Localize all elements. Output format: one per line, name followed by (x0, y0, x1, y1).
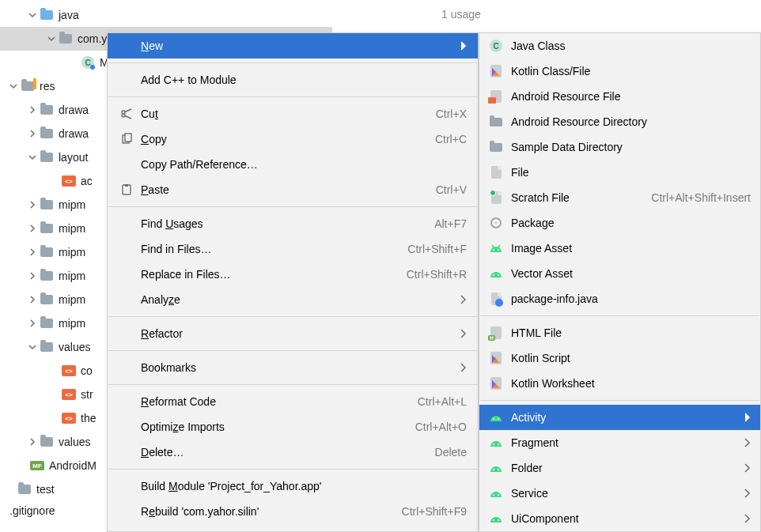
chevron-right-icon (27, 247, 38, 258)
svg-point-10 (493, 418, 494, 420)
tree-label: the (81, 412, 96, 424)
chevron-right-icon (27, 318, 38, 329)
menu-item-analyze[interactable]: Analyze (108, 287, 478, 312)
svg-rect-3 (125, 184, 128, 187)
menu-separator (108, 206, 477, 207)
tree-label: drawa (59, 127, 89, 140)
tree-label: AndroidM (49, 459, 97, 472)
menu-item-bookmarks[interactable]: Bookmarks (108, 355, 478, 380)
menu-separator (480, 400, 759, 401)
menu-label: New (141, 40, 163, 52)
tree-label: mipm (59, 317, 85, 330)
menu-label: Rebuild 'com.yahor.silin' (141, 505, 259, 518)
xml-icon: <> (62, 364, 76, 378)
chevron-down-icon (46, 33, 57, 44)
tree-label: mipm (59, 293, 85, 306)
chevron-right-icon (454, 41, 467, 51)
manifest-icon: MF (30, 458, 44, 473)
chevron-down-icon (8, 81, 19, 92)
menu-item-sample-dir[interactable]: Sample Data Directory (479, 134, 760, 160)
menu-item-scratch-file[interactable]: Scratch File Ctrl+Alt+Shift+Insert (479, 185, 760, 210)
menu-shortcut: Ctrl+Alt+L (418, 395, 467, 408)
menu-item-fragment[interactable]: Fragment (479, 430, 760, 455)
chevron-right-icon (738, 514, 751, 523)
tree-label: layout (59, 151, 88, 164)
menu-item-delete[interactable]: Delete… Delete (108, 440, 478, 465)
menu-item-resource-dir[interactable]: Android Resource Directory (479, 109, 760, 134)
folder-icon (40, 435, 54, 449)
svg-point-15 (498, 469, 499, 470)
menu-label: Refactor (141, 327, 183, 340)
menu-item-rebuild[interactable]: Rebuild 'com.yahor.silin' Ctrl+Shift+F9 (108, 499, 478, 524)
menu-item-build-module[interactable]: Build Module 'Project_for_Yahor.app' (108, 474, 478, 499)
folder-icon (487, 115, 505, 129)
menu-item-package-info[interactable]: package-info.java (479, 286, 760, 311)
menu-item-file[interactable]: File (479, 160, 760, 185)
menu-item-folder[interactable]: Folder (479, 455, 760, 481)
menu-item-kotlin-class[interactable]: Kotlin Class/File (479, 58, 760, 84)
menu-label: Optimize Imports (141, 421, 225, 433)
svg-point-4 (493, 249, 494, 251)
menu-item-paste[interactable]: Paste Ctrl+V (108, 177, 478, 202)
folder-icon (40, 150, 54, 164)
class-icon: C (487, 39, 505, 53)
menu-item-uicomponent[interactable]: UiComponent (479, 506, 760, 531)
menu-item-new[interactable]: New (108, 33, 478, 58)
menu-label: Folder (511, 462, 543, 474)
chevron-right-icon (738, 463, 751, 473)
menu-item-kotlin-script[interactable]: Kotlin Script (479, 345, 760, 371)
menu-label: Service (511, 487, 548, 500)
menu-label: Sample Data Directory (511, 141, 623, 153)
xml-icon: <> (62, 387, 76, 402)
menu-item-refactor[interactable]: Refactor (108, 321, 478, 346)
folder-icon (487, 140, 505, 154)
menu-item-image-asset[interactable]: Image Asset (479, 236, 760, 261)
menu-item-html-file[interactable]: H HTML File (479, 320, 760, 345)
menu-label: Replace in Files… (141, 268, 231, 281)
menu-item-java-class[interactable]: C Java Class (479, 33, 760, 58)
chevron-down-icon (27, 341, 38, 353)
menu-item-copy[interactable]: Copy Ctrl+C (108, 126, 478, 152)
context-menu: New Add C++ to Module Cut Ctrl+X Copy Ct… (107, 32, 479, 532)
svg-point-14 (493, 469, 494, 470)
tree-label: mipm (59, 222, 85, 235)
svg-point-18 (493, 519, 494, 521)
menu-label: Add C++ to Module (141, 74, 237, 86)
menu-item-optimize[interactable]: Optimize Imports Ctrl+Alt+O (108, 414, 478, 440)
svg-point-8 (493, 274, 494, 276)
tree-node-java[interactable]: java (0, 3, 332, 27)
menu-item-find-in-files[interactable]: Find in Files… Ctrl+Shift+F (108, 236, 478, 262)
svg-point-19 (498, 519, 499, 521)
svg-rect-1 (125, 134, 131, 141)
menu-item-cut[interactable]: Cut Ctrl+X (108, 101, 478, 126)
tree-label: mipm (59, 198, 85, 211)
copy-icon (117, 131, 136, 147)
menu-item-activity[interactable]: Activity (479, 405, 760, 430)
menu-item-find-usages[interactable]: Find Usages Alt+F7 (108, 211, 478, 236)
menu-item-resource-file[interactable]: Android Resource File (479, 84, 760, 109)
menu-item-kotlin-worksheet[interactable]: Kotlin Worksheet (479, 371, 760, 396)
menu-item-package[interactable]: Package (479, 210, 760, 236)
menu-item-replace-in-files[interactable]: Replace in Files… Ctrl+Shift+R (108, 262, 478, 287)
menu-item-copy-path[interactable]: Copy Path/Reference… (108, 152, 478, 177)
kotlin-icon (487, 64, 505, 78)
menu-label: Build Module 'Project_for_Yahor.app' (141, 480, 321, 492)
chevron-right-icon (738, 489, 751, 498)
menu-item-add-cpp[interactable]: Add C++ to Module (108, 67, 478, 92)
paste-icon (117, 182, 136, 198)
android-icon (487, 511, 505, 526)
chevron-right-icon (27, 270, 38, 281)
menu-item-vector-asset[interactable]: Vector Asset (479, 261, 760, 286)
class-icon: C (81, 55, 95, 70)
tree-label: com.y (78, 32, 107, 45)
folder-icon (40, 316, 54, 330)
menu-item-reformat[interactable]: Reformat Code Ctrl+Alt+L (108, 389, 478, 414)
menu-item-service[interactable]: Service (479, 481, 760, 506)
menu-separator (108, 469, 477, 470)
menu-shortcut: Ctrl+Alt+Shift+Insert (651, 191, 751, 204)
svg-point-17 (498, 494, 499, 496)
menu-label: Find in Files… (141, 243, 211, 255)
new-submenu: C Java Class Kotlin Class/File Android R… (479, 32, 761, 532)
android-icon (487, 266, 505, 281)
folder-icon (21, 79, 35, 93)
